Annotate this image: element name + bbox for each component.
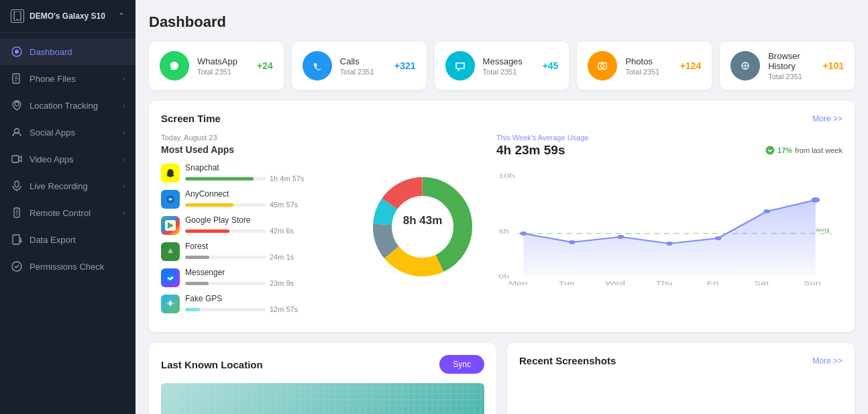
app-item-anyconnect: AnyConnect 45m 57s [161,189,349,209]
sidebar-item-label-phone-files: Phone Files [30,74,76,84]
stat-card-whatsapp: WhatsApp Total 2351 +24 [149,42,284,90]
stat-total-messages: Total 2351 [483,68,535,76]
app-name-fakegps: Fake GPS [185,294,349,303]
stat-delta-browser: +101 [822,60,844,71]
export-icon [11,234,23,246]
app-name-forest: Forest [185,242,349,251]
app-item-fakegps: Fake GPS 12m 57s [161,294,349,313]
sync-button[interactable]: Sync [439,355,484,374]
app-name-anyconnect: AnyConnect [185,189,349,199]
phone-files-icon [11,72,23,85]
browser-icon [730,51,760,81]
playstore-icon [161,216,180,235]
svg-point-14 [16,210,17,211]
svg-text:avg: avg [816,227,830,233]
main-content: Dashboard WhatsApp Total 2351 +24 Calls … [135,0,868,414]
delta-label: from last week [795,146,843,154]
sidebar-item-label-permissions: Permissions Check [30,262,104,272]
sidebar-header-left: DEMO's Galaxy S10 [11,9,105,23]
snapchat-icon [161,164,180,183]
sidebar: DEMO's Galaxy S10 ⌃ Dashboard Phone File… [0,0,135,414]
svg-text:5h: 5h [498,228,509,235]
screen-time-more[interactable]: More >> [812,114,843,123]
sidebar-item-video-apps[interactable]: Video Apps › [0,146,135,172]
stat-name-whatsapp: WhatsApp [197,56,249,66]
svg-point-55 [618,235,625,239]
svg-point-39 [168,301,172,305]
app-name-snapchat: Snapchat [185,163,349,172]
forest-icon [161,242,180,261]
sidebar-item-label-remote: Remote Control [30,208,91,218]
social-icon [11,126,23,138]
fakegps-icon [161,295,180,313]
apps-panel: Today, August 23 Most Used Apps Snapchat… [161,134,349,320]
svg-point-21 [311,59,324,72]
donut-svg: 8h 43m [366,170,480,284]
svg-rect-26 [601,62,604,64]
screen-time-card: Screen Time More >> Today, August 23 Mos… [149,101,855,332]
screenshots-title: Recent Screenshots [519,355,616,366]
stat-total-photos: Total 2351 [625,68,671,76]
sidebar-item-label-video: Video Apps [30,154,74,164]
anyconnect-icon [161,190,180,209]
sidebar-item-social-apps[interactable]: Social Apps › [0,119,135,146]
usage-value: 4h 23m 59s [496,143,565,158]
sidebar-item-data-export[interactable]: Data Export [0,226,135,253]
usage-panel: This Week's Average Usage 4h 23m 59s 17%… [496,134,843,320]
donut-chart: 8h 43m [362,134,483,320]
svg-text:Mon: Mon [508,280,527,287]
sidebar-item-label-export: Data Export [30,235,76,245]
chevron-right-icon: › [123,209,125,217]
sidebar-item-label-social: Social Apps [30,127,75,138]
app-time-snapchat: 1h 4m 57s [270,174,304,183]
svg-text:0h: 0h [498,273,509,280]
permissions-icon [11,260,23,272]
svg-point-19 [12,262,21,271]
svg-text:8h 43m: 8h 43m [403,214,443,227]
svg-rect-17 [13,235,19,244]
svg-point-53 [520,231,527,236]
usage-delta: 17% from last week [765,146,843,155]
svg-text:Sat: Sat [754,280,769,287]
stat-total-browser: Total 2351 [768,72,814,81]
svg-point-58 [763,209,770,213]
app-bar-messenger [185,282,209,285]
sidebar-item-live-recording[interactable]: Live Recording › [0,172,135,199]
app-bar-forest [185,256,209,259]
svg-point-47 [766,146,775,155]
svg-text:Wed: Wed [606,280,626,287]
usage-chart-area: 10h 5h 0h avg [496,163,843,290]
sidebar-item-location-tracking[interactable]: Location Tracking › [0,92,135,119]
svg-point-59 [811,197,820,203]
app-bar-playstore [185,229,229,233]
screen-time-content: Today, August 23 Most Used Apps Snapchat… [161,134,843,320]
app-bar-snapchat [185,177,254,180]
sidebar-item-label-location: Location Tracking [30,101,98,111]
chevron-right-icon: › [123,183,125,190]
screenshots-more[interactable]: More >> [812,356,843,366]
svg-rect-36 [170,253,171,255]
sidebar-item-label-recording: Live Recording [30,181,88,191]
page-title: Dashboard [149,13,855,31]
app-bar-fakegps [185,308,200,311]
screen-time-title: Screen Time [161,113,221,124]
sidebar-item-permissions-check[interactable]: Permissions Check [0,253,135,280]
app-time-forest: 24m 1s [270,253,294,261]
svg-point-57 [715,236,722,240]
chevron-up-icon[interactable]: ⌃ [118,11,125,21]
stat-total-whatsapp: Total 2351 [197,68,249,76]
svg-point-3 [15,50,19,54]
sidebar-item-remote-control[interactable]: Remote Control › [0,199,135,226]
stat-card-photos: Photos Total 2351 +124 [577,42,712,90]
svg-text:Fri: Fri [707,280,718,287]
svg-point-56 [666,242,673,246]
recording-icon [11,180,23,192]
delta-down-icon [765,146,775,155]
device-icon [11,9,24,23]
sidebar-item-phone-files[interactable]: Phone Files › [0,65,135,92]
sidebar-item-dashboard[interactable]: Dashboard [0,38,135,65]
usage-label: This Week's Average Usage [496,134,843,142]
stat-name-browser: Browser History [768,51,814,71]
app-item-playstore: Google Play Store 42m 6s [161,215,349,235]
app-bar-anyconnect [185,203,233,207]
